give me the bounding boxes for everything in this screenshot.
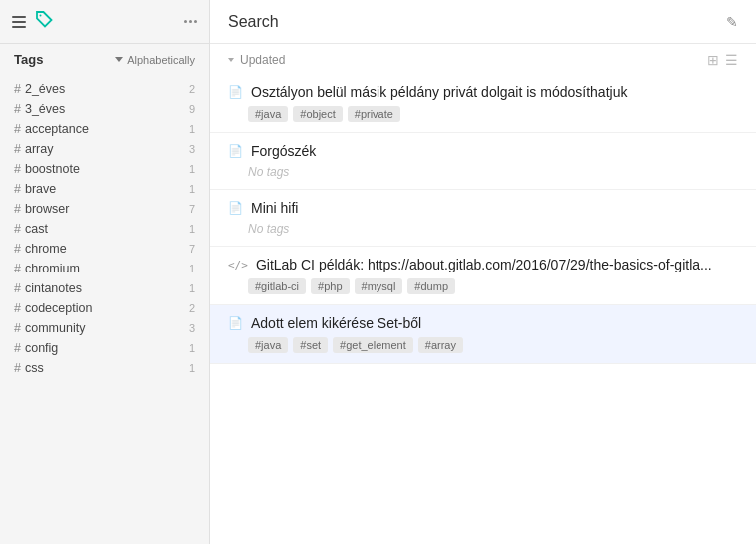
- tag-name: config: [25, 341, 185, 355]
- note-title-row: </> GitLab CI példák: https://about.gitl…: [228, 257, 738, 272]
- page-title: Search: [228, 13, 279, 31]
- doc-icon: 📄: [228, 85, 243, 99]
- note-title-row: 📄 Adott elem kikérése Set-ből: [228, 315, 738, 331]
- note-tag-pill: #array: [418, 337, 463, 353]
- sidebar-tag-item[interactable]: #codeception2: [14, 298, 195, 318]
- doc-icon: 📄: [228, 144, 243, 158]
- sidebar-tag-item[interactable]: #chrome7: [14, 239, 195, 259]
- note-tag-pill: #php: [311, 278, 349, 294]
- tag-count: 1: [189, 342, 195, 354]
- sidebar-left-icons: [12, 9, 174, 34]
- more-options-icon[interactable]: [184, 20, 197, 23]
- note-tag-pill: #java: [248, 106, 288, 122]
- sidebar: Tags Alphabetically #2_éves2#3_éves9#acc…: [0, 0, 210, 544]
- note-item[interactable]: 📄 Osztályon belül másik példány privát d…: [210, 74, 756, 133]
- tag-name: chrome: [25, 242, 185, 256]
- note-title: Adott elem kikérése Set-ből: [251, 315, 421, 331]
- tag-hash: #: [14, 301, 21, 315]
- tag-count: 1: [189, 183, 195, 195]
- tag-hash: #: [14, 142, 21, 156]
- tag-count: 1: [189, 362, 195, 374]
- edit-icon[interactable]: ✎: [726, 14, 738, 30]
- note-tag-pill: #set: [293, 337, 328, 353]
- tag-count: 3: [189, 143, 195, 155]
- tag-name: array: [25, 142, 185, 156]
- sidebar-tag-item[interactable]: #cast1: [14, 219, 195, 239]
- note-title: Mini hifi: [251, 200, 298, 216]
- no-tags-label: No tags: [228, 222, 738, 236]
- tag-name: 3_éves: [25, 102, 185, 116]
- tag-count: 9: [189, 103, 195, 115]
- tag-icon[interactable]: [34, 9, 54, 34]
- tag-name: 2_éves: [25, 82, 185, 96]
- tag-hash: #: [14, 341, 21, 355]
- group-label-text: Updated: [240, 53, 285, 67]
- tag-name: browser: [25, 202, 185, 216]
- note-tag-pill: #private: [348, 106, 400, 122]
- chevron-down-icon: [228, 58, 234, 62]
- note-tags: #gitlab-ci#php#mysql#dump: [228, 278, 738, 294]
- tag-hash: #: [14, 182, 21, 196]
- note-title: GitLab CI példák: https://about.gitlab.c…: [256, 257, 712, 272]
- tag-name: chromium: [25, 262, 185, 275]
- tag-name: cast: [25, 222, 185, 236]
- tag-name: boostnote: [25, 162, 185, 176]
- tag-name: community: [25, 321, 185, 335]
- grid-view-icon[interactable]: ⊞: [707, 52, 719, 68]
- tag-hash: #: [14, 281, 21, 295]
- hamburger-icon[interactable]: [12, 16, 26, 28]
- note-title: Forgószék: [251, 143, 316, 159]
- notes-list: Updated ⊞ ☰ 📄 Osztályon belül másik péld…: [210, 44, 756, 544]
- sidebar-tag-item[interactable]: #3_éves9: [14, 99, 195, 119]
- sidebar-tag-item[interactable]: #browser7: [14, 199, 195, 219]
- tag-count: 2: [189, 83, 195, 95]
- sidebar-tag-item[interactable]: #css1: [14, 358, 195, 378]
- view-toggle: ⊞ ☰: [707, 52, 738, 68]
- sidebar-tag-item[interactable]: #2_éves2: [14, 79, 195, 99]
- sidebar-section-tags: Tags Alphabetically: [0, 44, 209, 77]
- sidebar-tag-item[interactable]: #community3: [14, 318, 195, 338]
- note-title: Osztályon belül másik példány privát dol…: [251, 84, 627, 100]
- tag-name: acceptance: [25, 122, 185, 136]
- note-item[interactable]: </> GitLab CI példák: https://about.gitl…: [210, 247, 756, 305]
- sidebar-tag-item[interactable]: #boostnote1: [14, 159, 195, 179]
- note-item[interactable]: 📄 Forgószék No tags: [210, 133, 756, 190]
- note-tag-pill: #mysql: [355, 278, 403, 294]
- list-view-icon[interactable]: ☰: [725, 52, 738, 68]
- tag-count: 1: [189, 282, 195, 294]
- tag-hash: #: [14, 222, 21, 236]
- note-tag-pill: #object: [293, 106, 342, 122]
- sort-label: Alphabetically: [127, 54, 195, 66]
- note-tags: #java#set#get_element#array: [228, 337, 738, 353]
- tag-hash: #: [14, 162, 21, 176]
- sidebar-tag-item[interactable]: #brave1: [14, 179, 195, 199]
- sidebar-tag-item[interactable]: #array3: [14, 139, 195, 159]
- sidebar-tag-item[interactable]: #cintanotes1: [14, 278, 195, 298]
- note-tag-pill: #java: [248, 337, 288, 353]
- main-header: Search ✎: [210, 0, 756, 44]
- tag-name: codeception: [25, 301, 185, 315]
- note-tags: #java#object#private: [228, 106, 738, 122]
- note-item[interactable]: 📄 Adott elem kikérése Set-ből #java#set#…: [210, 305, 756, 364]
- tag-count: 1: [189, 163, 195, 175]
- tag-count: 3: [189, 322, 195, 334]
- tag-hash: #: [14, 202, 21, 216]
- sidebar-tag-item[interactable]: #config1: [14, 338, 195, 358]
- note-item[interactable]: 📄 Mini hifi No tags: [210, 190, 756, 247]
- note-title-row: 📄 Osztályon belül másik példány privát d…: [228, 84, 738, 100]
- notes-container: 📄 Osztályon belül másik példány privát d…: [210, 74, 756, 364]
- tag-hash: #: [14, 361, 21, 375]
- tag-count: 7: [189, 243, 195, 255]
- tag-name: brave: [25, 182, 185, 196]
- no-tags-label: No tags: [228, 165, 738, 179]
- tag-name: cintanotes: [25, 281, 185, 295]
- note-title-row: 📄 Mini hifi: [228, 200, 738, 216]
- doc-icon: 📄: [228, 316, 243, 330]
- sidebar-tag-item[interactable]: #acceptance1: [14, 119, 195, 139]
- tags-list: #2_éves2#3_éves9#acceptance1#array3#boos…: [0, 77, 209, 544]
- note-tag-pill: #get_element: [333, 337, 413, 353]
- tag-hash: #: [14, 262, 21, 275]
- sidebar-tag-item[interactable]: #chromium1: [14, 259, 195, 278]
- tag-count: 1: [189, 123, 195, 135]
- sort-button[interactable]: Alphabetically: [115, 54, 195, 66]
